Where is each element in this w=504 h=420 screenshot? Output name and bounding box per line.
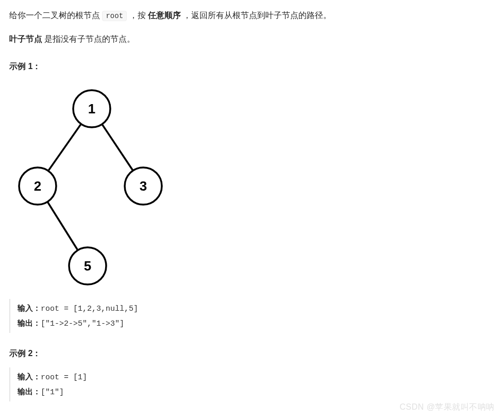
- tree-node-label: 1: [88, 101, 95, 116]
- tree-node-label: 2: [34, 178, 41, 194]
- example1-io: 输入：root = [1,2,3,null,5] 输出：["1->2->5","…: [9, 299, 495, 333]
- watermark: CSDN @苹果就叫不呐呐: [399, 400, 495, 414]
- leaf-def-bold: 叶子节点: [9, 35, 42, 43]
- tree-edge: [48, 124, 81, 171]
- tree-diagram: 1235: [9, 80, 174, 292]
- example2-output-row: 输出：["1"]: [18, 384, 495, 399]
- input-label-2: 输入：: [18, 372, 41, 381]
- intro-paragraph: 给你一个二叉树的根节点 root ，按 任意顺序 ，返回所有从根节点到叶子节点的…: [9, 8, 495, 23]
- example2-input-value: root = [1]: [41, 373, 87, 382]
- intro-bold: 任意顺序: [148, 11, 181, 20]
- example2-output-value: ["1"]: [41, 388, 64, 397]
- example2-title: 示例 2：: [9, 346, 495, 360]
- output-label-2: 输出：: [18, 387, 41, 396]
- example1-title: 示例 1：: [9, 59, 495, 73]
- input-label: 输入：: [18, 304, 41, 312]
- code-root: root: [102, 11, 127, 21]
- tree-node-label: 5: [84, 258, 91, 274]
- example1-input-value: root = [1,2,3,null,5]: [41, 305, 138, 313]
- output-label: 输出：: [18, 318, 41, 327]
- example2-io: 输入：root = [1] 输出：["1"]: [9, 367, 495, 401]
- tree-edge: [102, 124, 133, 171]
- tree-edge: [47, 202, 78, 250]
- tree-node-label: 3: [140, 178, 147, 194]
- example1-output-value: ["1->2->5","1->3"]: [41, 320, 124, 328]
- example1-input-row: 输入：root = [1,2,3,null,5]: [18, 301, 495, 316]
- example1-output-row: 输出：["1->2->5","1->3"]: [18, 316, 495, 331]
- intro-text-3: ，返回所有从根节点到叶子节点的路径。: [183, 11, 331, 20]
- leaf-def-paragraph: 叶子节点 是指没有子节点的节点。: [9, 32, 495, 46]
- intro-text-2: ，按: [129, 11, 148, 20]
- example2-input-row: 输入：root = [1]: [18, 369, 495, 384]
- leaf-def-rest: 是指没有子节点的节点。: [44, 35, 135, 43]
- intro-text-1: 给你一个二叉树的根节点: [9, 11, 102, 20]
